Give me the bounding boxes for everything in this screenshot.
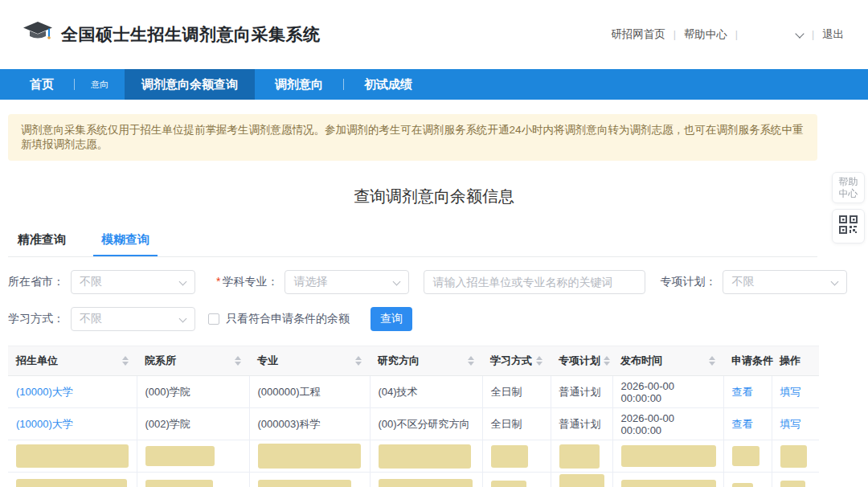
nav-item-balance-query[interactable]: 调剂意向余额查询	[125, 69, 255, 100]
major-cell: (000003)科学	[249, 408, 370, 440]
fill-link[interactable]: 填写	[780, 418, 801, 430]
redacted-text	[621, 480, 716, 487]
sort-icon[interactable]	[536, 356, 542, 366]
chevron-down-icon	[831, 279, 838, 286]
study-mode-select[interactable]: 不限	[71, 307, 195, 331]
link-divider: |	[812, 29, 814, 40]
view-condition-link[interactable]: 查看	[732, 418, 753, 430]
subject-select[interactable]: 请选择	[285, 270, 409, 294]
redacted-text	[258, 444, 361, 469]
eligible-only-checkbox[interactable]	[208, 313, 219, 325]
graduation-cap-icon	[23, 21, 53, 48]
plan-select-value: 不限	[731, 275, 754, 289]
publish-time-cell: 2026-00-00 00:00:00	[612, 376, 723, 408]
username-slot	[746, 28, 788, 41]
province-select[interactable]: 不限	[71, 270, 195, 294]
plan-select[interactable]: 不限	[723, 270, 847, 294]
app-title: 全国硕士生招生调剂意向采集系统	[61, 23, 321, 46]
sort-icon[interactable]	[468, 356, 474, 366]
floating-qr-button[interactable]	[832, 209, 865, 244]
main-nav: 首页 意向 调剂意向余额查询 调剂意向 初试成绩	[0, 69, 868, 100]
col-header-publish-time[interactable]: 发布时间	[612, 346, 723, 376]
publish-time-cell: 2026-00-00 00:00:00	[612, 408, 723, 440]
floating-help-center-button[interactable]: 帮助中心	[832, 172, 865, 203]
view-condition-link[interactable]: 查看	[732, 386, 753, 398]
redacted-text	[379, 444, 471, 469]
redacted-text	[16, 444, 129, 468]
table-row: (10000)大学 (000)学院 (000000)工程 (04)技术 全日制 …	[8, 376, 819, 408]
eligible-only-label[interactable]: 只看符合申请条件的余额	[226, 312, 350, 326]
notice-banner: 调剂意向采集系统仅用于招生单位提前掌握考生调剂意愿情况。参加调剂的考生可在调剂服…	[8, 114, 817, 161]
help-center-link[interactable]: 帮助中心	[684, 27, 727, 42]
yanzhao-home-link[interactable]: 研招网首页	[611, 27, 665, 42]
filter-row-1: 所在省市： 不限 *学科专业： 请选择 专项计划： 不限	[8, 270, 860, 294]
redacted-text	[559, 444, 600, 469]
sort-icon[interactable]	[122, 356, 129, 366]
redacted-text	[780, 445, 807, 468]
plan-cell: 普通计划	[551, 376, 612, 408]
header-links: 研招网首页 | 帮助中心 | | 退出	[611, 27, 844, 42]
redacted-text	[491, 445, 528, 468]
nav-item-intention-small[interactable]: 意向	[75, 69, 125, 100]
col-header-college[interactable]: 院系所	[137, 346, 249, 376]
col-header-direction[interactable]: 研究方向	[370, 346, 482, 376]
tab-fuzzy-query[interactable]: 模糊查询	[93, 226, 158, 256]
fill-link[interactable]: 填写	[780, 386, 801, 398]
col-header-condition: 申请条件	[723, 346, 772, 376]
study-mode-label: 学习方式：	[8, 312, 64, 326]
nav-item-adjust-intention[interactable]: 调剂意向	[255, 69, 343, 100]
col-header-major[interactable]: 专业	[249, 346, 370, 376]
qr-code-icon	[839, 215, 858, 237]
province-label: 所在省市：	[8, 275, 64, 289]
college-cell: (002)学院	[137, 408, 249, 440]
redacted-text	[145, 446, 215, 466]
app-header: 全国硕士生招生调剂意向采集系统 研招网首页 | 帮助中心 | | 退出	[0, 0, 868, 69]
link-divider: |	[735, 29, 738, 40]
col-header-plan[interactable]: 专项计划	[551, 346, 612, 376]
tab-precise-query[interactable]: 精准查询	[10, 226, 74, 256]
study-mode-cell: 全日制	[482, 376, 551, 408]
brand: 全国硕士生招生调剂意向采集系统	[23, 21, 321, 48]
unit-link[interactable]: (10000)大学	[16, 386, 73, 398]
search-button[interactable]: 查询	[371, 307, 412, 331]
redacted-text	[732, 483, 753, 487]
subject-select-value: 请选择	[293, 275, 327, 289]
required-asterisk: *	[216, 275, 220, 288]
logout-link[interactable]: 退出	[822, 27, 844, 42]
redacted-text	[780, 481, 805, 487]
province-select-value: 不限	[80, 275, 102, 289]
page-title: 查询调剂意向余额信息	[8, 186, 860, 207]
direction-cell: (00)不区分研究方向	[370, 408, 482, 440]
unit-link[interactable]: (10000)大学	[16, 418, 73, 430]
redacted-text	[258, 480, 351, 487]
redacted-text	[145, 480, 213, 487]
nav-item-exam-score[interactable]: 初试成绩	[344, 69, 432, 100]
redacted-text	[491, 481, 526, 487]
table-header-row: 招生单位 院系所 专业 研究方向 学习方式 专项计划 发布时间 申请条件 操作	[8, 346, 819, 376]
chevron-down-icon[interactable]	[796, 29, 804, 37]
direction-cell: (04)技术	[370, 376, 482, 408]
col-header-study-mode[interactable]: 学习方式	[482, 346, 551, 376]
filter-row-2: 学习方式： 不限 只看符合申请条件的余额 查询	[8, 307, 860, 331]
table-row: (10000)大学 (002)学院 (000003)科学 (00)不区分研究方向…	[8, 408, 819, 440]
col-header-unit[interactable]: 招生单位	[8, 346, 137, 376]
redacted-text	[16, 479, 127, 487]
redacted-text	[379, 479, 473, 487]
college-cell: (000)学院	[137, 376, 249, 408]
table-row-redacted	[8, 473, 819, 487]
study-mode-cell: 全日制	[482, 408, 551, 440]
nav-item-home[interactable]: 首页	[10, 69, 74, 100]
chevron-down-icon	[393, 279, 400, 286]
sort-icon[interactable]	[709, 356, 715, 366]
results-table: 招生单位 院系所 专业 研究方向 学习方式 专项计划 发布时间 申请条件 操作 …	[8, 346, 819, 487]
plan-cell: 普通计划	[551, 408, 612, 440]
sort-icon[interactable]	[355, 356, 362, 366]
chevron-down-icon	[179, 316, 186, 323]
keyword-input[interactable]	[424, 270, 645, 294]
chevron-down-icon	[179, 279, 186, 286]
sort-icon[interactable]	[235, 356, 241, 366]
table-row-redacted	[8, 440, 819, 473]
main-content: 调剂意向采集系统仅用于招生单位提前掌握考生调剂意愿情况。参加调剂的考生可在调剂服…	[0, 114, 868, 487]
sort-icon[interactable]	[604, 356, 610, 366]
link-divider: |	[674, 29, 676, 40]
